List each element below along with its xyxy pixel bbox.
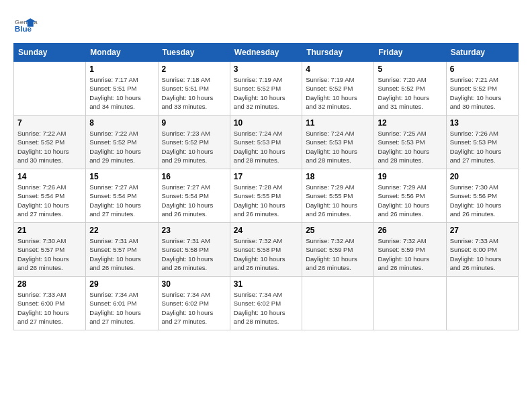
calendar-cell xyxy=(302,277,374,330)
calendar-cell: 22Sunrise: 7:31 AM Sunset: 5:57 PM Dayli… xyxy=(86,223,158,277)
day-number: 24 xyxy=(234,226,298,235)
day-number: 5 xyxy=(378,64,442,74)
calendar-cell: 4Sunrise: 7:19 AM Sunset: 5:52 PM Daylig… xyxy=(302,62,374,116)
day-info: Sunrise: 7:34 AM Sunset: 6:02 PM Dayligh… xyxy=(234,290,298,326)
header-day: Thursday xyxy=(302,44,374,62)
calendar-cell: 23Sunrise: 7:31 AM Sunset: 5:58 PM Dayli… xyxy=(158,223,230,277)
calendar-table: SundayMondayTuesdayWednesdayThursdayFrid… xyxy=(13,43,519,330)
header-day: Tuesday xyxy=(158,44,230,62)
logo: General Blue xyxy=(13,13,39,38)
day-info: Sunrise: 7:19 AM Sunset: 5:52 PM Dayligh… xyxy=(306,75,370,111)
day-info: Sunrise: 7:28 AM Sunset: 5:55 PM Dayligh… xyxy=(234,183,298,218)
day-number: 23 xyxy=(162,226,226,235)
day-number: 30 xyxy=(162,279,226,289)
calendar-cell xyxy=(374,277,446,330)
day-info: Sunrise: 7:32 AM Sunset: 5:59 PM Dayligh… xyxy=(378,236,442,272)
calendar-cell: 1Sunrise: 7:17 AM Sunset: 5:51 PM Daylig… xyxy=(86,62,158,116)
day-info: Sunrise: 7:25 AM Sunset: 5:53 PM Dayligh… xyxy=(378,129,442,165)
calendar-cell: 25Sunrise: 7:32 AM Sunset: 5:59 PM Dayli… xyxy=(302,223,374,277)
calendar-cell: 28Sunrise: 7:33 AM Sunset: 6:00 PM Dayli… xyxy=(14,277,86,330)
day-number: 20 xyxy=(450,172,515,181)
calendar-cell: 14Sunrise: 7:26 AM Sunset: 5:54 PM Dayli… xyxy=(14,169,86,223)
calendar-cell: 18Sunrise: 7:29 AM Sunset: 5:55 PM Dayli… xyxy=(302,169,374,223)
day-info: Sunrise: 7:31 AM Sunset: 5:58 PM Dayligh… xyxy=(162,236,226,272)
day-info: Sunrise: 7:26 AM Sunset: 5:53 PM Dayligh… xyxy=(450,129,515,165)
day-number: 31 xyxy=(234,279,298,289)
day-info: Sunrise: 7:24 AM Sunset: 5:53 PM Dayligh… xyxy=(234,129,298,165)
calendar-week-row: 28Sunrise: 7:33 AM Sunset: 6:00 PM Dayli… xyxy=(14,277,519,330)
day-number: 4 xyxy=(306,64,370,74)
calendar-cell xyxy=(14,62,86,116)
calendar-cell: 5Sunrise: 7:20 AM Sunset: 5:52 PM Daylig… xyxy=(374,62,446,116)
calendar-cell xyxy=(446,277,518,330)
day-number: 17 xyxy=(234,172,298,181)
calendar-week-row: 1Sunrise: 7:17 AM Sunset: 5:51 PM Daylig… xyxy=(14,62,519,116)
day-info: Sunrise: 7:30 AM Sunset: 5:57 PM Dayligh… xyxy=(17,236,82,272)
day-number: 6 xyxy=(450,64,515,74)
page-header: General Blue xyxy=(13,13,519,38)
day-number: 25 xyxy=(306,226,370,235)
calendar-cell: 16Sunrise: 7:27 AM Sunset: 5:54 PM Dayli… xyxy=(158,169,230,223)
day-info: Sunrise: 7:18 AM Sunset: 5:51 PM Dayligh… xyxy=(162,75,226,111)
calendar-cell: 26Sunrise: 7:32 AM Sunset: 5:59 PM Dayli… xyxy=(374,223,446,277)
day-number: 9 xyxy=(162,118,226,128)
calendar-cell: 11Sunrise: 7:24 AM Sunset: 5:53 PM Dayli… xyxy=(302,116,374,169)
day-info: Sunrise: 7:34 AM Sunset: 6:01 PM Dayligh… xyxy=(89,290,154,326)
day-number: 19 xyxy=(378,172,442,181)
calendar-cell: 31Sunrise: 7:34 AM Sunset: 6:02 PM Dayli… xyxy=(230,277,302,330)
calendar-cell: 2Sunrise: 7:18 AM Sunset: 5:51 PM Daylig… xyxy=(158,62,230,116)
calendar-cell: 13Sunrise: 7:26 AM Sunset: 5:53 PM Dayli… xyxy=(446,116,518,169)
day-info: Sunrise: 7:26 AM Sunset: 5:54 PM Dayligh… xyxy=(17,183,82,218)
calendar-header-row: SundayMondayTuesdayWednesdayThursdayFrid… xyxy=(14,44,519,62)
day-number: 8 xyxy=(89,118,154,128)
day-info: Sunrise: 7:22 AM Sunset: 5:52 PM Dayligh… xyxy=(89,129,154,165)
day-info: Sunrise: 7:23 AM Sunset: 5:52 PM Dayligh… xyxy=(162,129,226,165)
day-number: 27 xyxy=(450,226,515,235)
calendar-cell: 29Sunrise: 7:34 AM Sunset: 6:01 PM Dayli… xyxy=(86,277,158,330)
day-info: Sunrise: 7:19 AM Sunset: 5:52 PM Dayligh… xyxy=(234,75,298,111)
day-number: 22 xyxy=(89,226,154,235)
calendar-cell: 8Sunrise: 7:22 AM Sunset: 5:52 PM Daylig… xyxy=(86,116,158,169)
day-info: Sunrise: 7:30 AM Sunset: 5:56 PM Dayligh… xyxy=(450,183,515,218)
day-info: Sunrise: 7:33 AM Sunset: 6:00 PM Dayligh… xyxy=(17,290,82,326)
day-number: 16 xyxy=(162,172,226,181)
day-number: 15 xyxy=(89,172,154,181)
day-number: 1 xyxy=(89,64,154,74)
calendar-cell: 9Sunrise: 7:23 AM Sunset: 5:52 PM Daylig… xyxy=(158,116,230,169)
logo-icon: General Blue xyxy=(13,13,38,38)
calendar-body: 1Sunrise: 7:17 AM Sunset: 5:51 PM Daylig… xyxy=(14,62,519,330)
day-info: Sunrise: 7:20 AM Sunset: 5:52 PM Dayligh… xyxy=(378,75,442,111)
calendar-week-row: 21Sunrise: 7:30 AM Sunset: 5:57 PM Dayli… xyxy=(14,223,519,277)
calendar-cell: 17Sunrise: 7:28 AM Sunset: 5:55 PM Dayli… xyxy=(230,169,302,223)
calendar-cell: 30Sunrise: 7:34 AM Sunset: 6:02 PM Dayli… xyxy=(158,277,230,330)
day-info: Sunrise: 7:29 AM Sunset: 5:55 PM Dayligh… xyxy=(306,183,370,218)
calendar-cell: 21Sunrise: 7:30 AM Sunset: 5:57 PM Dayli… xyxy=(14,223,86,277)
day-info: Sunrise: 7:22 AM Sunset: 5:52 PM Dayligh… xyxy=(17,129,82,165)
day-info: Sunrise: 7:21 AM Sunset: 5:52 PM Dayligh… xyxy=(450,75,515,111)
calendar-cell: 6Sunrise: 7:21 AM Sunset: 5:52 PM Daylig… xyxy=(446,62,518,116)
day-info: Sunrise: 7:27 AM Sunset: 5:54 PM Dayligh… xyxy=(162,183,226,218)
day-info: Sunrise: 7:31 AM Sunset: 5:57 PM Dayligh… xyxy=(89,236,154,272)
day-number: 12 xyxy=(378,118,442,128)
day-number: 21 xyxy=(17,226,82,235)
calendar-cell: 10Sunrise: 7:24 AM Sunset: 5:53 PM Dayli… xyxy=(230,116,302,169)
day-number: 3 xyxy=(234,64,298,74)
header-day: Monday xyxy=(86,44,158,62)
day-number: 28 xyxy=(17,279,82,289)
calendar-cell: 19Sunrise: 7:29 AM Sunset: 5:56 PM Dayli… xyxy=(374,169,446,223)
day-number: 10 xyxy=(234,118,298,128)
calendar-cell: 24Sunrise: 7:32 AM Sunset: 5:58 PM Dayli… xyxy=(230,223,302,277)
calendar-cell: 12Sunrise: 7:25 AM Sunset: 5:53 PM Dayli… xyxy=(374,116,446,169)
calendar-cell: 27Sunrise: 7:33 AM Sunset: 6:00 PM Dayli… xyxy=(446,223,518,277)
day-number: 26 xyxy=(378,226,442,235)
day-info: Sunrise: 7:32 AM Sunset: 5:58 PM Dayligh… xyxy=(234,236,298,272)
header-day: Saturday xyxy=(446,44,518,62)
calendar-week-row: 7Sunrise: 7:22 AM Sunset: 5:52 PM Daylig… xyxy=(14,116,519,169)
header-day: Wednesday xyxy=(230,44,302,62)
day-info: Sunrise: 7:32 AM Sunset: 5:59 PM Dayligh… xyxy=(306,236,370,272)
calendar-cell: 20Sunrise: 7:30 AM Sunset: 5:56 PM Dayli… xyxy=(446,169,518,223)
header-day: Sunday xyxy=(14,44,86,62)
day-number: 13 xyxy=(450,118,515,128)
day-info: Sunrise: 7:24 AM Sunset: 5:53 PM Dayligh… xyxy=(306,129,370,165)
day-number: 11 xyxy=(306,118,370,128)
